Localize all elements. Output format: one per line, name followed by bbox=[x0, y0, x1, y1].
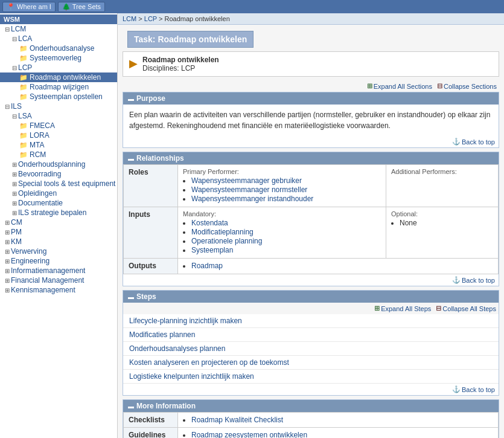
sidebar-item-label: Informatiemanagement bbox=[11, 266, 85, 275]
step-item-5[interactable]: Logistieke knelpunten inzichtlijk maken bbox=[123, 370, 499, 384]
info-subtitle: Disciplines: LCP bbox=[142, 64, 219, 72]
input-link[interactable]: Kostendata bbox=[191, 219, 228, 227]
sidebar-item-roadmap-wijzigen[interactable]: 📁 Roadmap wijzigen bbox=[0, 82, 117, 92]
folder-icon: 📁 bbox=[19, 74, 28, 82]
breadcrumb-lcm[interactable]: LCM bbox=[123, 15, 136, 22]
input-link[interactable]: Operationele planning bbox=[191, 237, 262, 245]
plus-icon: ⊞ bbox=[367, 82, 372, 90]
sidebar-item-label: LORA bbox=[30, 131, 49, 140]
sidebar-item-lora[interactable]: 📁 LORA bbox=[0, 130, 117, 140]
sidebar-item-verwerving[interactable]: ⊞ Verwerving bbox=[0, 246, 117, 256]
inputs-mandatory: Mandatory: Kostendata Modificatieplannin… bbox=[178, 207, 386, 259]
sidebar-item-lcp[interactable]: ⊟ LCP bbox=[0, 63, 117, 72]
back-to-top-link[interactable]: ⚓ Back to top bbox=[452, 385, 495, 393]
sidebar-item-kennismanagement[interactable]: ⊞ Kennismanagement bbox=[0, 285, 117, 295]
back-to-top-steps: ⚓ Back to top bbox=[123, 384, 499, 395]
sidebar-item-label: CM bbox=[11, 218, 22, 227]
sidebar-item-label: Engineering bbox=[11, 257, 49, 265]
sidebar-item-lcm[interactable]: ⊟ LCM bbox=[0, 24, 117, 34]
sidebar-item-cm[interactable]: ⊞ CM bbox=[0, 217, 117, 227]
step-link[interactable]: Lifecycle-planning inzichtlijk maken bbox=[129, 317, 242, 325]
performer-link[interactable]: Wapensysteemmanager normsteller bbox=[191, 185, 307, 194]
sidebar-item-label: RCM bbox=[30, 150, 46, 159]
input-link[interactable]: Systeemplan bbox=[191, 246, 233, 254]
sidebar-item-informatiemanagement[interactable]: ⊞ Informatiemanagement bbox=[0, 266, 117, 275]
relationships-header-label: Relationships bbox=[136, 154, 184, 163]
top-bar: 📍 Where am I 🌲 Tree Sets bbox=[0, 0, 504, 13]
sidebar-item-km[interactable]: ⊞ KM bbox=[0, 237, 117, 246]
output-link[interactable]: Roadmap bbox=[191, 262, 223, 270]
sidebar-item-label: ILS strategie bepalen bbox=[18, 208, 86, 217]
performer-link[interactable]: Wapensysteemmanger instandhouder bbox=[191, 195, 313, 203]
sidebar-item-special-tools[interactable]: ⊞ Special tools & test equipment bbox=[0, 179, 117, 188]
table-row-guidelines: Guidelines Roadmap zeesystemen ontwikkel… bbox=[124, 428, 499, 439]
info-text: Roadmap ontwikkelen Disciplines: LCP bbox=[142, 56, 219, 72]
sidebar-item-rcm[interactable]: 📁 RCM bbox=[0, 150, 117, 159]
sidebar-item-label: Roadmap ontwikkelen bbox=[30, 73, 101, 82]
purpose-text: Een plan waarin de activiteiten van vers… bbox=[123, 105, 499, 136]
step-link[interactable]: Kosten analyseren en projecteren op de t… bbox=[129, 358, 289, 367]
sidebar-item-onderhoudsanalyse[interactable]: 📁 Onderhoudsanalyse bbox=[0, 43, 117, 53]
sidebar-item-engineering[interactable]: ⊞ Engineering bbox=[0, 256, 117, 266]
checklist-link[interactable]: Roadmap Kwaliteit Checklist bbox=[191, 416, 283, 424]
expand-all-sections-link[interactable]: ⊞ Expand All Sections bbox=[367, 82, 432, 90]
guidelines-items: Roadmap zeesystemen ontwikkelen bbox=[178, 428, 499, 439]
sidebar-item-roadmap-ontwikkelen[interactable]: 📁 Roadmap ontwikkelen bbox=[0, 72, 117, 82]
breadcrumb-lcp[interactable]: LCP bbox=[144, 15, 157, 22]
purpose-section-header[interactable]: ▬ Purpose bbox=[123, 92, 499, 105]
expand-collapse-bar: ⊞ Expand All Sections ⊟ Collapse Section… bbox=[123, 80, 499, 92]
tree-sets-button[interactable]: 🌲 Tree Sets bbox=[58, 2, 105, 12]
collapse-all-steps-link[interactable]: ⊟ Collapse All Steps bbox=[436, 304, 496, 312]
step-item-4[interactable]: Kosten analyseren en projecteren op de t… bbox=[123, 356, 499, 370]
sidebar-item-ils-strategie[interactable]: ⊞ ILS strategie bepalen bbox=[0, 208, 117, 217]
sidebar-item-mta[interactable]: 📁 MTA bbox=[0, 140, 117, 150]
minus-icon: ⊟ bbox=[437, 82, 442, 90]
back-to-top-purpose: ⚓ Back to top bbox=[123, 136, 499, 147]
folder-icon: 📁 bbox=[19, 122, 28, 130]
step-link[interactable]: Logistieke knelpunten inzichtlijk maken bbox=[129, 372, 254, 381]
folder-icon: 📁 bbox=[19, 93, 28, 101]
collapse-icon: ▬ bbox=[128, 95, 134, 102]
steps-section-header[interactable]: ▬ Steps bbox=[123, 291, 499, 303]
sidebar-item-documentatie[interactable]: ⊞ Documentatie bbox=[0, 198, 117, 208]
step-item-2[interactable]: Modificaties plannen bbox=[123, 328, 499, 342]
more-info-section-header[interactable]: ▬ More Information bbox=[123, 400, 499, 412]
sidebar-item-ils[interactable]: ⊟ ILS bbox=[0, 101, 117, 111]
folder-icon: 📁 bbox=[19, 141, 28, 149]
sidebar-item-financial-management[interactable]: ⊞ Financial Management bbox=[0, 275, 117, 285]
table-row-outputs: Outputs Roadmap bbox=[124, 259, 499, 274]
sidebar-item-pm[interactable]: ⊞ PM bbox=[0, 227, 117, 237]
table-row-inputs: Inputs Mandatory: Kostendata Modificatie… bbox=[124, 207, 499, 259]
sidebar-item-label: LCP bbox=[18, 63, 32, 72]
sidebar-item-onderhoudsplanning[interactable]: ⊞ Onderhoudsplanning bbox=[0, 159, 117, 169]
sidebar: WSM ⊟ LCM ⊟ LCA 📁 Onderhoudsanalyse 📁 Sy… bbox=[0, 13, 118, 438]
relationships-section-header[interactable]: ▬ Relationships bbox=[123, 152, 499, 164]
sidebar-item-opleidingen[interactable]: ⊞ Opleidingen bbox=[0, 188, 117, 198]
task-title: Task: Roadmap ontwikkelen bbox=[127, 31, 254, 48]
breadcrumb-current: Roadmap ontwikkelen bbox=[165, 15, 230, 22]
guideline-link[interactable]: Roadmap zeesystemen ontwikkelen bbox=[191, 431, 307, 438]
back-to-top-link[interactable]: ⚓ Back to top bbox=[452, 138, 495, 146]
back-to-top-link[interactable]: ⚓ Back to top bbox=[452, 276, 495, 284]
expand-all-steps-link[interactable]: ⊞ Expand All Steps bbox=[374, 304, 431, 312]
collapse-all-sections-link[interactable]: ⊟ Collapse Sections bbox=[437, 82, 497, 90]
performer-link[interactable]: Wapensysteemmanager gebruiker bbox=[191, 176, 302, 185]
step-item-3[interactable]: Onderhoudsanalyses plannen bbox=[123, 342, 499, 356]
sidebar-item-label: Systeemoverleg bbox=[30, 54, 81, 62]
wsm-label: WSM bbox=[0, 14, 117, 24]
sidebar-item-fmeca[interactable]: 📁 FMECA bbox=[0, 121, 117, 130]
step-item-1[interactable]: Lifecycle-planning inzichtlijk maken bbox=[123, 314, 499, 328]
checklists-list: Roadmap Kwaliteit Checklist bbox=[191, 416, 493, 424]
expand-icon: ⊞ bbox=[5, 239, 10, 245]
sidebar-item-bevoorrading[interactable]: ⊞ Bevoorrading bbox=[0, 169, 117, 179]
step-link[interactable]: Modificaties plannen bbox=[129, 330, 195, 339]
expand-icon: ⊞ bbox=[12, 200, 17, 207]
sidebar-item-lsa[interactable]: ⊟ LSA bbox=[0, 111, 117, 121]
where-am-i-button[interactable]: 📍 Where am I bbox=[2, 2, 56, 12]
plus-icon: ⊞ bbox=[374, 304, 380, 312]
sidebar-item-lca[interactable]: ⊟ LCA bbox=[0, 34, 117, 43]
sidebar-item-systeemplan-opstellen[interactable]: 📁 Systeemplan opstellen bbox=[0, 92, 117, 101]
input-link[interactable]: Modificatieplanning bbox=[191, 228, 254, 236]
step-link[interactable]: Onderhoudsanalyses plannen bbox=[129, 344, 225, 353]
sidebar-item-systeemoverleg[interactable]: 📁 Systeemoverleg bbox=[0, 53, 117, 63]
